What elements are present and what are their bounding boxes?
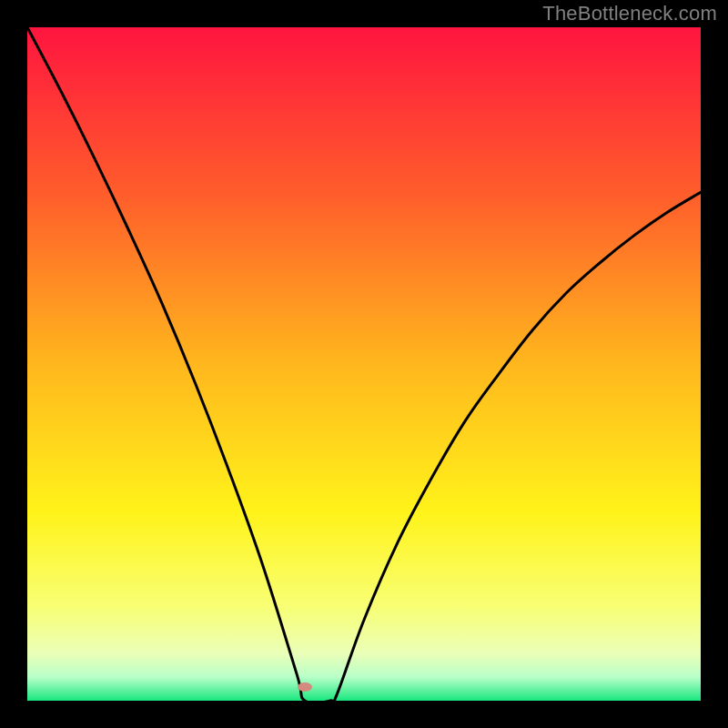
optimum-marker — [298, 682, 312, 692]
watermark-label: TheBottleneck.com — [542, 2, 717, 25]
plot-background — [27, 27, 701, 701]
chart-frame: TheBottleneck.com — [0, 0, 728, 728]
bottleneck-chart — [0, 0, 728, 728]
